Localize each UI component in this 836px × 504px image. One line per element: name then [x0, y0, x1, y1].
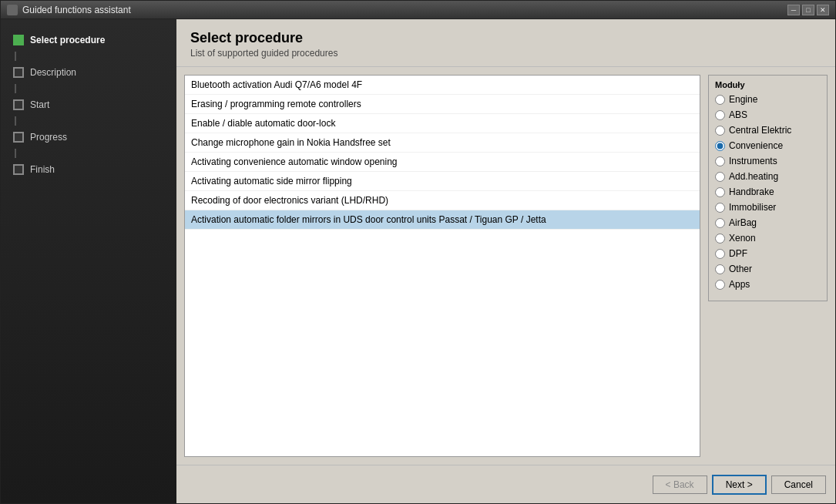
module-label-add-heating: Add.heating: [729, 171, 778, 182]
module-radio-item-immobiliser[interactable]: Immobiliser: [715, 202, 821, 213]
radio-convenience[interactable]: [715, 141, 725, 151]
main-window: Guided functions assistant ─ □ ✕ Select …: [0, 0, 836, 504]
connector-2: [15, 84, 16, 93]
connector-4: [15, 149, 16, 158]
module-radio-item-apps[interactable]: Apps: [715, 279, 821, 290]
module-radio-item-airbag[interactable]: AirBag: [715, 217, 821, 228]
step-icon-progress: [13, 132, 24, 143]
titlebar: Guided functions assistant ─ □ ✕: [1, 1, 835, 19]
module-label-immobiliser: Immobiliser: [729, 202, 776, 213]
titlebar-icon: [7, 5, 18, 15]
page-subtitle: List of supported guided procedures: [190, 48, 821, 59]
main-content: Select procedure List of supported guide…: [176, 19, 835, 503]
sidebar: Select procedure Description Start Progr…: [1, 19, 176, 503]
module-label-central-elektric: Central Elektric: [729, 125, 791, 136]
cancel-button[interactable]: Cancel: [771, 475, 826, 494]
connector-1: [15, 52, 16, 61]
window-title: Guided functions assistant: [22, 5, 783, 15]
close-button[interactable]: ✕: [817, 5, 829, 15]
radio-engine[interactable]: [715, 95, 725, 105]
main-body: Bluetooth activation Audi Q7/A6 model 4F…: [176, 67, 835, 465]
procedure-item[interactable]: Activating automatic side mirror flippin…: [185, 172, 700, 191]
module-radio-item-central-elektric[interactable]: Central Elektric: [715, 125, 821, 136]
radio-handbrake[interactable]: [715, 187, 725, 197]
module-panel: Moduły EngineABSCentral ElektricConvenie…: [708, 75, 828, 457]
sidebar-label-select-procedure: Select procedure: [30, 35, 105, 45]
module-radio-item-abs[interactable]: ABS: [715, 109, 821, 120]
module-radio-item-instruments[interactable]: Instruments: [715, 156, 821, 166]
radio-other[interactable]: [715, 264, 725, 274]
module-group: Moduły EngineABSCentral ElektricConvenie…: [708, 75, 828, 301]
procedure-item[interactable]: Bluetooth activation Audi Q7/A6 model 4F: [185, 76, 700, 95]
radio-dpf[interactable]: [715, 249, 725, 259]
titlebar-buttons: ─ □ ✕: [787, 5, 829, 15]
sidebar-label-description: Description: [30, 67, 76, 78]
module-group-title: Moduły: [715, 80, 821, 89]
back-button[interactable]: < Back: [653, 475, 707, 494]
procedure-item[interactable]: Activation automatic folder mirrors in U…: [185, 210, 700, 230]
module-radio-item-dpf[interactable]: DPF: [715, 248, 821, 259]
procedure-item[interactable]: Enable / diable automatic door-lock: [185, 114, 700, 133]
step-icon-select-procedure: [13, 35, 24, 45]
connector-3: [15, 116, 16, 126]
module-label-handbrake: Handbrake: [729, 186, 774, 197]
content-area: Select procedure Description Start Progr…: [1, 19, 835, 503]
main-header: Select procedure List of supported guide…: [176, 19, 835, 67]
radio-instruments[interactable]: [715, 156, 725, 166]
procedure-list: Bluetooth activation Audi Q7/A6 model 4F…: [184, 75, 700, 457]
sidebar-label-progress: Progress: [30, 132, 67, 143]
module-radio-list: EngineABSCentral ElektricConvenienceInst…: [715, 94, 821, 290]
radio-xenon[interactable]: [715, 234, 725, 244]
radio-abs[interactable]: [715, 110, 725, 120]
procedure-item[interactable]: Activating convenience automatic window …: [185, 153, 700, 172]
sidebar-item-finish[interactable]: Finish: [10, 161, 167, 178]
procedure-item[interactable]: Recoding of door electronics variant (LH…: [185, 191, 700, 210]
module-label-xenon: Xenon: [729, 233, 756, 244]
module-label-instruments: Instruments: [729, 156, 777, 166]
step-icon-finish: [13, 164, 24, 175]
procedure-item[interactable]: Change microphone gain in Nokia Handsfre…: [185, 133, 700, 153]
minimize-button[interactable]: ─: [787, 5, 800, 15]
module-label-engine: Engine: [729, 94, 757, 105]
footer: < Back Next > Cancel: [176, 465, 835, 503]
radio-apps[interactable]: [715, 280, 725, 290]
radio-central-elektric[interactable]: [715, 126, 725, 136]
module-radio-item-other[interactable]: Other: [715, 264, 821, 274]
module-label-other: Other: [729, 264, 752, 274]
next-button[interactable]: Next >: [712, 475, 767, 495]
module-radio-item-handbrake[interactable]: Handbrake: [715, 186, 821, 197]
page-title: Select procedure: [190, 30, 821, 46]
sidebar-item-select-procedure[interactable]: Select procedure: [10, 32, 167, 49]
sidebar-item-progress[interactable]: Progress: [10, 129, 167, 146]
radio-airbag[interactable]: [715, 218, 725, 228]
step-icon-start: [13, 99, 24, 110]
module-radio-item-engine[interactable]: Engine: [715, 94, 821, 105]
sidebar-label-finish: Finish: [30, 164, 55, 175]
module-label-apps: Apps: [729, 279, 750, 290]
module-radio-item-convenience[interactable]: Convenience: [715, 140, 821, 151]
sidebar-label-start: Start: [30, 99, 49, 110]
module-label-airbag: AirBag: [729, 217, 757, 228]
module-radio-item-add-heating[interactable]: Add.heating: [715, 171, 821, 182]
radio-add-heating[interactable]: [715, 172, 725, 182]
maximize-button[interactable]: □: [802, 5, 814, 15]
module-label-abs: ABS: [729, 109, 747, 120]
module-label-dpf: DPF: [729, 248, 747, 259]
procedure-item[interactable]: Erasing / programming remote controllers: [185, 95, 700, 114]
sidebar-item-description[interactable]: Description: [10, 64, 167, 81]
step-icon-description: [13, 67, 24, 78]
radio-immobiliser[interactable]: [715, 203, 725, 213]
module-label-convenience: Convenience: [729, 140, 783, 151]
sidebar-item-start[interactable]: Start: [10, 96, 167, 113]
module-radio-item-xenon[interactable]: Xenon: [715, 233, 821, 244]
